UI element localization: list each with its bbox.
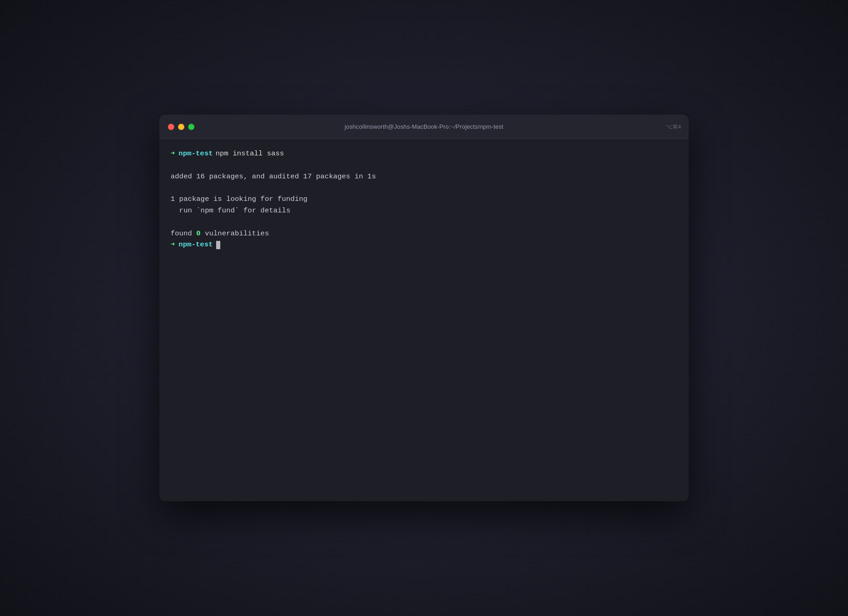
window-title: joshcollinsworth@Joshs-MacBook-Pro:~/Pro… [345,123,504,130]
prompt-arrow: ➜ [171,148,175,160]
prompt-dir-2: npm-test [178,239,212,251]
shortcut-badge: ⌥⌘4 [666,124,681,130]
command-text: npm install sass [216,148,284,160]
blank-line-3 [171,217,677,228]
close-button[interactable] [168,124,174,130]
found-prefix: found [171,228,196,240]
zero-value: 0 [196,228,201,240]
minimize-button[interactable] [178,124,184,130]
output-funding-2: run `npm fund` for details [171,205,677,217]
titlebar: joshcollinsworth@Joshs-MacBook-Pro:~/Pro… [160,115,688,139]
prompt-dir: npm-test [178,148,212,160]
maximize-button[interactable] [188,124,195,130]
blank-line-2 [171,182,677,194]
cursor [216,241,220,249]
output-vulnerabilities: found 0 vulnerabilities [171,228,677,240]
blank-line-1 [171,160,677,171]
command-line: ➜ npm-test npm install sass [171,148,677,160]
prompt-line: ➜ npm-test [171,239,677,251]
prompt-arrow-2: ➜ [171,239,175,251]
found-suffix: vulnerabilities [201,228,269,240]
traffic-lights [168,124,195,130]
output-added-packages: added 16 packages, and audited 17 packag… [171,171,677,183]
terminal-body[interactable]: ➜ npm-test npm install sass added 16 pac… [160,139,688,501]
output-funding-1: 1 package is looking for funding [171,194,677,205]
terminal-window: joshcollinsworth@Joshs-MacBook-Pro:~/Pro… [160,115,688,501]
